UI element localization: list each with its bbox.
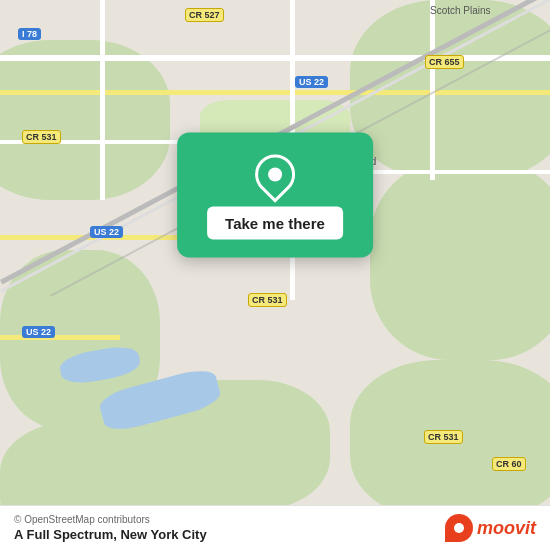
bottom-left-info: © OpenStreetMap contributors A Full Spec… [14,514,207,542]
road-label-cr60: CR 60 [492,457,526,471]
road-v1 [100,0,105,200]
take-me-there-button[interactable]: Take me there [207,207,343,240]
road-label-us22-top: US 22 [295,76,328,88]
popup-card: Take me there [177,133,373,258]
copyright-text: © OpenStreetMap contributors [14,514,207,525]
road-label-cr655: CR 655 [425,55,464,69]
road-h4 [0,335,120,340]
moovit-logo[interactable]: moovit [445,514,536,542]
road-h2 [0,90,550,95]
location-name: A Full Spectrum, New York City [14,527,207,542]
green-area-3 [370,160,550,360]
moovit-pin-icon [445,514,473,542]
road-label-cr527: CR 527 [185,8,224,22]
green-area-1 [0,40,170,200]
road-label-cr531-bot: CR 531 [424,430,463,444]
road-h1 [0,55,550,61]
road-label-cr531-mid: CR 531 [248,293,287,307]
road-label-i78: I 78 [18,28,41,40]
road-label-us22-bot: US 22 [22,326,55,338]
bottom-bar: © OpenStreetMap contributors A Full Spec… [0,505,550,550]
map-container: I 78 CR 527 CR 655 US 22 CR 531 US 22 CR… [0,0,550,550]
pin-inner-dot [268,168,282,182]
road-label-us22-mid: US 22 [90,226,123,238]
scotch-plains-label: Scotch Plains [430,5,491,16]
moovit-pin-dot [454,523,464,533]
road-label-cr531-left: CR 531 [22,130,61,144]
location-pin-container [253,153,297,197]
moovit-text: moovit [477,518,536,539]
